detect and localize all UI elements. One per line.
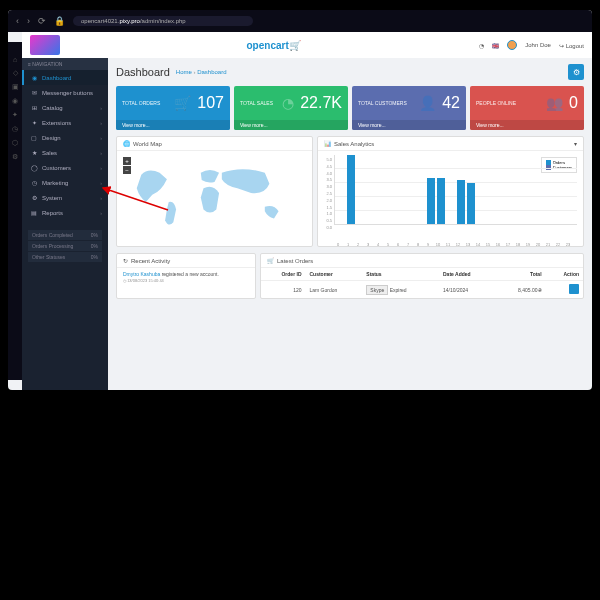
chevron-right-icon: › [100,165,102,171]
marketing-icon: ◷ [30,179,38,186]
tile-people-online: PEOPLE ONLINE👥0 View more... [470,86,584,130]
svg-line-0 [103,188,168,210]
devtools-rail: ⌂ ◇ ▣ ◉ ✦ ◷ ⬡ ⚙ [8,42,22,380]
customers-icon: ◯ [30,164,38,171]
activity-row: Dmytro Kashuba registered a new account.… [117,268,255,286]
zoom-out-button[interactable]: − [123,166,131,174]
logout-button[interactable]: ↪ Logout [559,42,584,49]
sales-icon: ★ [30,149,38,156]
recent-activity-panel: ↻Recent Activity Dmytro Kashuba register… [116,253,256,299]
sidebar-item-marketing[interactable]: ◷Marketing› [22,175,108,190]
chevron-right-icon: › [100,120,102,126]
chevron-right-icon: › [100,150,102,156]
user-name[interactable]: John Doe [525,42,551,48]
brand-logo: opencart🛒 [247,40,301,51]
dashboard-icon: ◉ [30,74,38,81]
cart-icon: 🛒 [174,95,191,111]
sidebar-item-design[interactable]: ▢Design› [22,130,108,145]
gear-icon: ⚙ [573,68,580,77]
tile-total-customers: TOTAL CUSTOMERS👤42 View more... [352,86,466,130]
metric-row: Other Statuses0% [28,252,102,262]
bar-chart: 5.04.54.03.53.02.52.01.51.00.50.0 [324,155,577,240]
tool-icon[interactable]: ◇ [13,69,18,77]
view-more-link[interactable]: View more... [470,120,584,130]
flag-icon[interactable]: 🇬🇧 [492,42,499,49]
latest-orders-panel: 🛒Latest Orders Order ID Customer Status … [260,253,584,299]
messenger-icon: ✉ [30,89,38,96]
tool-icon[interactable]: ◷ [12,125,18,133]
sidebar-item-messenger[interactable]: ✉Messenger buttons [22,85,108,100]
tile-total-orders: TOTAL ORDERS🛒107 View more... [116,86,230,130]
nav-header: ≡ NAVIGATION [22,58,108,70]
user-icon: 👤 [419,95,436,111]
settings-button[interactable]: ⚙ [568,64,584,80]
metric-row: Orders Completed0% [28,230,102,240]
extensions-icon: ✦ [30,119,38,126]
zoom-in-button[interactable]: + [123,157,131,165]
tile-total-sales: TOTAL SALES◔22.7K View more... [234,86,348,130]
sidebar: ≡ NAVIGATION ◉Dashboard ✉Messenger butto… [22,58,108,390]
tool-icon[interactable]: ▣ [12,83,19,91]
app-logo [30,35,60,55]
tool-icon[interactable]: ◉ [12,97,18,105]
skype-popup[interactable]: Skype [366,285,388,295]
reload-icon[interactable]: ⟳ [38,16,46,26]
notification-icon[interactable]: ◔ [479,42,484,49]
metric-row: Orders Processing0% [28,241,102,251]
sidebar-item-catalog[interactable]: ⊞Catalog› [22,100,108,115]
globe-icon: 🌐 [123,140,130,147]
forward-icon[interactable]: › [27,16,30,26]
annotation-arrow [98,185,178,216]
top-bar: opencart🛒 ◔ 🇬🇧 John Doe ↪ Logout [22,32,592,58]
sidebar-item-system[interactable]: ⚙System› [22,190,108,205]
sidebar-item-extensions[interactable]: ✦Extensions› [22,115,108,130]
reports-icon: ▤ [30,209,38,216]
card-icon: ◔ [282,95,294,111]
catalog-icon: ⊞ [30,104,38,111]
sidebar-item-dashboard[interactable]: ◉Dashboard [22,70,108,85]
design-icon: ▢ [30,134,38,141]
view-more-link[interactable]: View more... [352,120,466,130]
view-more-link[interactable]: View more... [116,120,230,130]
page-title: Dashboard [116,66,170,78]
back-icon[interactable]: ‹ [16,16,19,26]
browser-bar: ‹ › ⟳ 🔒 opencart4021.pixy.pro/admin/inde… [8,10,592,32]
avatar[interactable] [507,40,517,50]
people-icon: 👥 [546,95,563,111]
cart-icon: 🛒 [267,257,274,264]
chevron-right-icon: › [100,135,102,141]
view-more-link[interactable]: View more... [234,120,348,130]
activity-icon: ↻ [123,257,128,264]
url-bar[interactable]: opencart4021.pixy.pro/admin/index.php [73,16,253,26]
main-content: Dashboard Home › Dashboard ⚙ TOTAL ORDER… [108,58,592,390]
chevron-right-icon: › [100,105,102,111]
lock-icon: 🔒 [54,16,65,26]
orders-table: Order ID Customer Status Date Added Tota… [261,268,583,298]
chart-icon: 📊 [324,140,331,147]
sidebar-item-sales[interactable]: ★Sales› [22,145,108,160]
home-icon[interactable]: ⌂ [13,56,17,63]
sales-analytics-panel: 📊Sales Analytics▾ Orders Customers 5.04.… [317,136,584,247]
tool-icon[interactable]: ⚙ [12,153,18,161]
breadcrumb: Home › Dashboard [176,69,227,75]
sidebar-item-reports[interactable]: ▤Reports› [22,205,108,220]
tool-icon[interactable]: ✦ [12,111,18,119]
tool-icon[interactable]: ⬡ [12,139,18,147]
view-order-button[interactable] [569,284,579,294]
table-row: 120 Lam Gordon Skype Expired 14/10/2024 … [261,281,583,299]
range-dropdown[interactable]: ▾ [574,140,577,147]
system-icon: ⚙ [30,194,38,201]
sidebar-item-customers[interactable]: ◯Customers› [22,160,108,175]
